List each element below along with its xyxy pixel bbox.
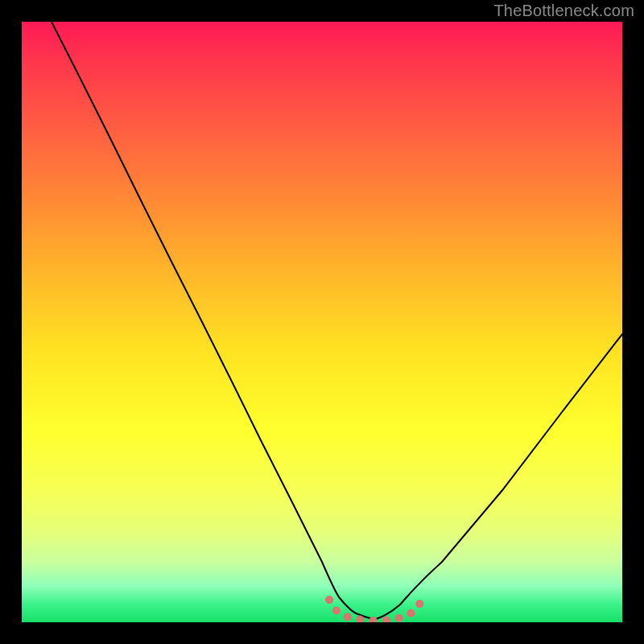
curve-svg — [22, 22, 622, 622]
chart-frame: TheBottleneck.com — [0, 0, 644, 644]
watermark-text: TheBottleneck.com — [493, 2, 634, 20]
plot-area — [22, 22, 622, 622]
bottleneck-curve — [52, 22, 622, 619]
